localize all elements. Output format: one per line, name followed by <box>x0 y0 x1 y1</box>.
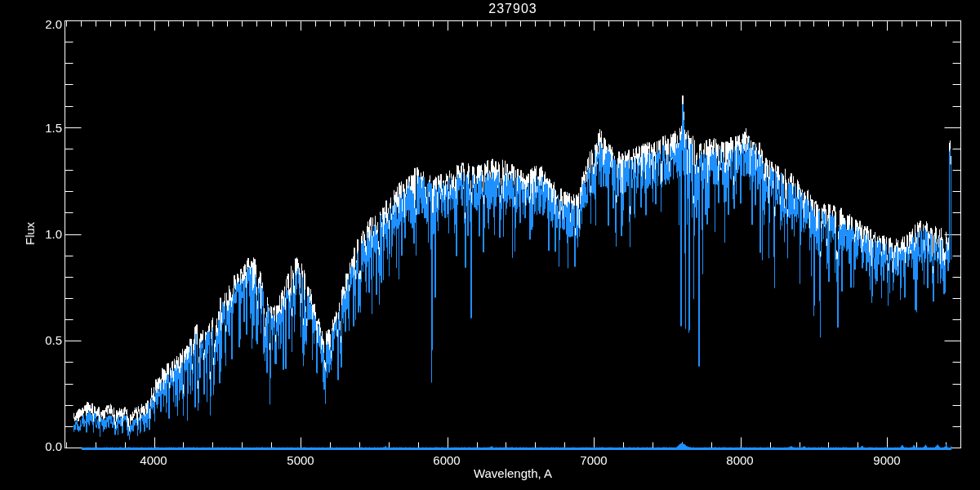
y-tick-label: 0.0 <box>0 439 62 454</box>
y-tick-label: 1.5 <box>0 121 62 136</box>
x-tick-label: 4000 <box>129 453 178 468</box>
y-tick-label: 2.0 <box>0 17 62 32</box>
plot-title: 237903 <box>431 2 595 16</box>
x-tick-label: 5000 <box>276 453 325 468</box>
y-tick-label: 1.0 <box>0 227 62 242</box>
x-tick-label: 7000 <box>569 453 618 468</box>
x-tick-label: 9000 <box>862 453 911 468</box>
y-tick-label: 0.5 <box>0 333 62 348</box>
x-tick-label: 6000 <box>422 453 471 468</box>
spectrum-plot-canvas <box>0 0 980 490</box>
spectrum-plot-window: 237903 Flux Wavelength, A 2.0 1.5 1.0 0.… <box>0 0 980 490</box>
x-tick-label: 8000 <box>715 453 764 468</box>
x-axis-label: Wavelength, A <box>431 466 595 481</box>
